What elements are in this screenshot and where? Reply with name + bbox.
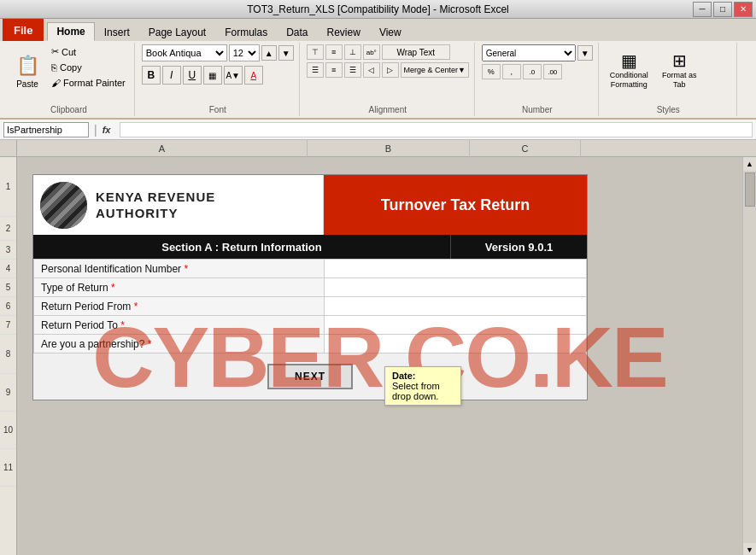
col-header-a[interactable]: A bbox=[17, 140, 308, 157]
title-bar: TOT3_Return_XLS [Compatibility Mode] - M… bbox=[0, 0, 756, 19]
align-middle-button[interactable]: ≡ bbox=[325, 44, 343, 60]
required-marker: * bbox=[184, 263, 188, 275]
next-button[interactable]: NEXT bbox=[267, 364, 353, 389]
italic-button[interactable]: I bbox=[162, 66, 181, 85]
required-marker: * bbox=[111, 282, 115, 294]
copy-icon: ⎘ bbox=[51, 62, 57, 73]
tab-insert[interactable]: Insert bbox=[95, 22, 139, 41]
styles-group: ▦ Conditional Formatting ⊞ Format as Tab… bbox=[601, 43, 737, 116]
font-color-button[interactable]: A bbox=[244, 66, 263, 85]
align-top-button[interactable]: ⊤ bbox=[307, 44, 324, 60]
field-input-4[interactable] bbox=[325, 316, 587, 335]
period-to-input[interactable] bbox=[331, 319, 579, 331]
col-header-b[interactable]: B bbox=[308, 140, 470, 157]
angle-text-button[interactable]: ab° bbox=[363, 44, 380, 60]
window-controls[interactable]: ─ □ ✕ bbox=[693, 2, 753, 17]
field-input-5[interactable] bbox=[325, 335, 587, 353]
increase-font-button[interactable]: ▲ bbox=[261, 45, 277, 61]
formula-input[interactable] bbox=[120, 122, 753, 137]
row-num-11: 11 bbox=[0, 449, 16, 487]
pin-input[interactable] bbox=[331, 263, 579, 275]
version-box: Version 9.0.1 bbox=[450, 235, 587, 259]
fx-button[interactable]: fx bbox=[103, 125, 116, 135]
tab-review[interactable]: Review bbox=[318, 22, 370, 41]
excel-form: KENYA REVENUE AUTHORITY Turnover Tax Ret… bbox=[32, 174, 588, 400]
name-box[interactable] bbox=[3, 122, 89, 137]
font-name-select[interactable]: Book Antiqua bbox=[142, 44, 227, 61]
minimize-button[interactable]: ─ bbox=[693, 2, 712, 17]
align-right-button[interactable]: ☰ bbox=[344, 62, 361, 78]
tab-page-layout[interactable]: Page Layout bbox=[139, 22, 215, 41]
indent-decrease-button[interactable]: ◁ bbox=[363, 62, 380, 78]
decrease-font-button[interactable]: ▼ bbox=[278, 45, 294, 61]
partnership-input[interactable] bbox=[331, 338, 579, 350]
percent-button[interactable]: % bbox=[482, 64, 501, 79]
font-group: Book Antiqua 12 ▲ ▼ B I U ▦ A▼ A Fo bbox=[137, 43, 300, 116]
alignment-group: ⊤ ≡ ⊥ ab° Wrap Text ☰ ≡ ☰ ◁ ▷ Merge & Ce… bbox=[302, 43, 475, 116]
row-num-9: 9 bbox=[0, 374, 16, 412]
kra-logo-section: KENYA REVENUE AUTHORITY bbox=[33, 175, 324, 235]
paste-icon: 📋 bbox=[14, 52, 41, 79]
increase-decimal-button[interactable]: .0 bbox=[523, 64, 542, 79]
align-left-button[interactable]: ☰ bbox=[307, 62, 324, 78]
tab-bar: File Home Insert Page Layout Formulas Da… bbox=[0, 19, 756, 41]
format-painter-button[interactable]: 🖌 Format Painter bbox=[48, 76, 129, 90]
copy-button[interactable]: ⎘ Copy bbox=[48, 61, 129, 74]
close-button[interactable]: ✕ bbox=[734, 2, 753, 17]
row-num-8: 8 bbox=[0, 335, 16, 374]
tab-data[interactable]: Data bbox=[277, 22, 317, 41]
tab-file[interactable]: File bbox=[3, 19, 44, 41]
fill-color-button[interactable]: A▼ bbox=[224, 66, 243, 85]
tab-formulas[interactable]: Formulas bbox=[215, 22, 277, 41]
col-header-c[interactable]: C bbox=[470, 140, 581, 157]
form-table: Personal Identification Number * Type of… bbox=[33, 259, 587, 353]
ribbon: File Home Insert Page Layout Formulas Da… bbox=[0, 19, 756, 120]
paste-button[interactable]: 📋 Paste bbox=[9, 44, 46, 96]
scroll-up-button[interactable]: ▲ bbox=[743, 157, 757, 171]
wrap-text-button[interactable]: Wrap Text bbox=[382, 44, 450, 60]
field-input-1[interactable] bbox=[325, 260, 587, 278]
vertical-scrollbar[interactable]: ▲ ▼ bbox=[742, 157, 756, 555]
align-center-button[interactable]: ≡ bbox=[325, 62, 343, 78]
number-format-expand[interactable]: ▼ bbox=[577, 45, 593, 61]
indent-increase-button[interactable]: ▷ bbox=[382, 62, 399, 78]
maximize-button[interactable]: □ bbox=[713, 2, 732, 17]
cut-button[interactable]: ✂ Cut bbox=[48, 44, 129, 59]
row-num-1: 1 bbox=[0, 157, 16, 217]
row-num-10: 10 bbox=[0, 412, 16, 449]
border-button[interactable]: ▦ bbox=[203, 66, 222, 85]
required-marker: * bbox=[134, 301, 138, 313]
format-as-table-button[interactable]: ⊞ Format as Tab bbox=[656, 44, 703, 96]
scroll-thumb[interactable] bbox=[745, 172, 755, 207]
next-button-row: NEXT bbox=[33, 353, 587, 400]
field-input-3[interactable] bbox=[325, 297, 587, 316]
section-title: Section A : Return Information bbox=[33, 241, 450, 254]
conditional-formatting-button[interactable]: ▦ Conditional Formatting bbox=[606, 44, 653, 96]
row-num-3: 3 bbox=[0, 241, 16, 260]
formula-divider: | bbox=[94, 123, 97, 137]
table-row: Type of Return * bbox=[34, 278, 587, 297]
scroll-down-button[interactable]: ▼ bbox=[743, 543, 757, 555]
kra-header: KENYA REVENUE AUTHORITY Turnover Tax Ret… bbox=[33, 175, 587, 235]
number-format-select[interactable]: General bbox=[482, 44, 576, 61]
align-bottom-button[interactable]: ⊥ bbox=[344, 44, 361, 60]
return-type-input[interactable] bbox=[331, 282, 579, 294]
row-num-7: 7 bbox=[0, 316, 16, 335]
period-from-input[interactable] bbox=[331, 301, 579, 313]
decrease-decimal-button[interactable]: .00 bbox=[543, 64, 562, 79]
bold-button[interactable]: B bbox=[142, 66, 161, 85]
number-label: Number bbox=[477, 105, 598, 114]
conditional-formatting-icon: ▦ bbox=[621, 50, 637, 71]
tab-view[interactable]: View bbox=[370, 22, 411, 41]
row-num-2: 2 bbox=[0, 217, 16, 241]
table-row: Return Period To * bbox=[34, 316, 587, 335]
comma-button[interactable]: , bbox=[502, 64, 521, 79]
font-size-select[interactable]: 12 bbox=[229, 44, 260, 61]
underline-button[interactable]: U bbox=[183, 66, 202, 85]
field-input-2[interactable] bbox=[325, 278, 587, 297]
merge-center-button[interactable]: Merge & Center ▼ bbox=[401, 62, 469, 78]
scroll-track[interactable] bbox=[743, 171, 756, 543]
tab-home[interactable]: Home bbox=[47, 22, 94, 41]
title-text: TOT3_Return_XLS [Compatibility Mode] - M… bbox=[247, 3, 509, 15]
kra-title-section: Turnover Tax Return bbox=[324, 175, 587, 235]
